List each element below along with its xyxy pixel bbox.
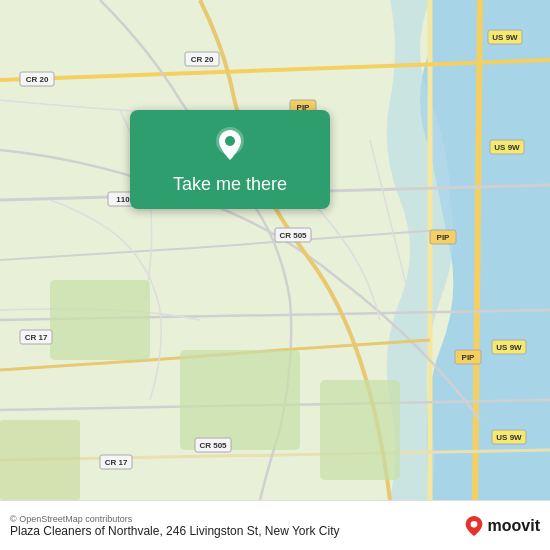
svg-text:US 9W: US 9W [492, 33, 518, 42]
svg-text:CR 20: CR 20 [191, 55, 214, 64]
svg-text:US 9W: US 9W [496, 343, 522, 352]
svg-text:CR 17: CR 17 [25, 333, 48, 342]
svg-text:US 9W: US 9W [494, 143, 520, 152]
moovit-pin-icon [464, 516, 484, 536]
svg-rect-11 [320, 380, 400, 480]
svg-text:110: 110 [116, 195, 130, 204]
moovit-logo: moovit [464, 516, 540, 536]
svg-text:CR 17: CR 17 [105, 458, 128, 467]
svg-point-42 [470, 521, 477, 528]
attribution-text: © OpenStreetMap contributors [10, 514, 340, 524]
svg-text:CR 505: CR 505 [199, 441, 227, 450]
svg-text:CR 505: CR 505 [279, 231, 307, 240]
map-pin-icon [211, 126, 249, 164]
svg-rect-9 [180, 350, 300, 450]
map-container: CR 20 CR 20 US 9W US 9W US 9W US 9W PIP … [0, 0, 550, 500]
svg-text:PIP: PIP [462, 353, 476, 362]
svg-rect-8 [50, 280, 150, 360]
svg-text:US 9W: US 9W [496, 433, 522, 442]
svg-rect-10 [0, 420, 80, 500]
svg-point-41 [225, 136, 235, 146]
take-me-there-button[interactable]: Take me there [130, 110, 330, 209]
svg-text:CR 20: CR 20 [26, 75, 49, 84]
take-me-there-label: Take me there [173, 174, 287, 195]
place-name: Plaza Cleaners of Northvale, 246 Livings… [10, 524, 340, 538]
bottom-info: © OpenStreetMap contributors Plaza Clean… [10, 514, 340, 538]
moovit-text: moovit [488, 517, 540, 535]
svg-text:PIP: PIP [437, 233, 451, 242]
bottom-bar: © OpenStreetMap contributors Plaza Clean… [0, 500, 550, 550]
